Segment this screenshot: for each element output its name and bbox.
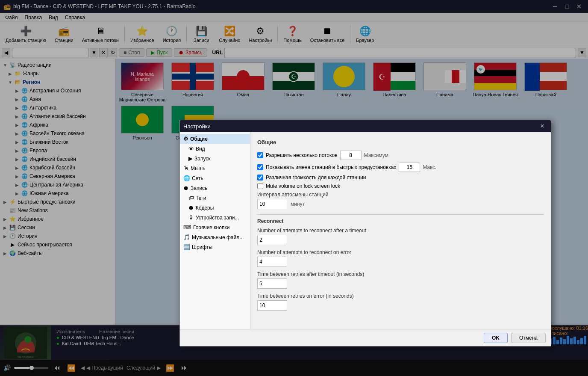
nav-fonts-label: Шрифты <box>192 244 212 250</box>
time-error-label: Time between retries on error (in second… <box>257 293 544 299</box>
time-error-input[interactable] <box>257 300 287 311</box>
dialog-titlebar: Настройки × <box>180 120 551 132</box>
dialog-nav-musicfiles[interactable]: 🎵 Музыкальные файл... <box>180 232 250 242</box>
nav-network-icon: 🌐 <box>183 175 190 181</box>
show-station-names-row: Показывать имена станций в быстрых преду… <box>257 163 544 172</box>
nav-record-icon: ⏺ <box>183 185 189 191</box>
auto-switch-label: Интервал автосмены станций <box>257 192 544 198</box>
nav-view-label: Вид <box>196 146 205 152</box>
reconnect-timeout-input[interactable] <box>257 235 287 245</box>
time-timeout-group: Time between retries after timeout (in s… <box>257 271 544 289</box>
dialog-nav-general[interactable]: ⚙ Общие <box>180 134 250 144</box>
show-station-names-label: Показывать имена станций в быстрых преду… <box>266 164 396 170</box>
allow-multiple-streams-checkbox[interactable] <box>257 152 263 158</box>
dialog-nav-codecs[interactable]: ⏺ Кодеры <box>180 203 250 213</box>
dialog-overlay: Настройки × ⚙ Общие 👁 Вид ▶ Запуск � <box>0 0 588 376</box>
dialog-nav-network[interactable]: 🌐 Сеть <box>180 173 250 183</box>
dialog-nav-tags[interactable]: 🏷 Теги <box>180 193 250 203</box>
content-section-title: Общие <box>257 139 544 145</box>
nav-record-label: Запись <box>191 185 207 191</box>
nav-general-icon: ⚙ <box>183 136 188 142</box>
nav-startup-icon: ▶ <box>188 155 193 162</box>
auto-switch-group: Интервал автосмены станций минут <box>257 192 544 209</box>
diff-volume-checkbox[interactable] <box>257 175 263 181</box>
reconnect-timeout-group: Number of attempts to reconnect after a … <box>257 228 544 245</box>
reconnect-error-input[interactable] <box>257 257 287 267</box>
max-streams-sublabel: Максимум <box>364 152 388 158</box>
dialog-title: Настройки <box>183 123 211 130</box>
nav-mouse-label: Мышь <box>191 166 206 172</box>
mute-lock-label: Mute volume on lock screen lock <box>266 183 340 189</box>
diff-volume-label: Различная громкость для каждой станции <box>266 175 366 181</box>
dialog-nav: ⚙ Общие 👁 Вид ▶ Запуск 🖱 Мышь 🌐 Сет <box>180 132 250 329</box>
nav-hotkeys-icon: ⌨ <box>183 224 191 231</box>
dialog-nav-startup[interactable]: ▶ Запуск <box>180 154 250 163</box>
settings-dialog: Настройки × ⚙ Общие 👁 Вид ▶ Запуск � <box>179 120 551 346</box>
auto-switch-input[interactable] <box>257 199 287 209</box>
time-timeout-input[interactable] <box>257 278 287 289</box>
max-stations-input[interactable] <box>399 163 420 172</box>
dialog-nav-hotkeys[interactable]: ⌨ Горячие кнопки <box>180 222 250 232</box>
auto-switch-unit: минут <box>291 201 305 207</box>
mute-lock-row: Mute volume on lock screen lock <box>257 183 544 189</box>
dialog-content-area: Общие Разрешить несколько потоков Максим… <box>250 132 551 329</box>
nav-startup-label: Запуск <box>194 156 211 162</box>
nav-tags-label: Теги <box>196 195 206 201</box>
mute-lock-checkbox[interactable] <box>257 183 263 189</box>
nav-mouse-icon: 🖱 <box>183 165 189 172</box>
nav-codecs-icon: ⏺ <box>188 204 194 211</box>
dialog-footer: OK Отмена <box>180 329 551 346</box>
time-timeout-label: Time between retries after timeout (in s… <box>257 271 544 277</box>
nav-hotkeys-label: Горячие кнопки <box>193 225 229 231</box>
show-station-names-checkbox[interactable] <box>257 164 263 170</box>
reconnect-timeout-label: Number of attempts to reconnect after a … <box>257 228 544 234</box>
allow-multiple-streams-label: Разрешить несколько потоков <box>266 152 338 158</box>
nav-fonts-icon: 🔤 <box>183 244 190 250</box>
dialog-nav-devices[interactable]: 🎙 Устройства запи... <box>180 213 250 222</box>
auto-switch-row: минут <box>257 199 544 209</box>
nav-tags-icon: 🏷 <box>188 195 194 201</box>
dialog-close-button[interactable]: × <box>537 121 547 131</box>
nav-devices-label: Устройства запи... <box>196 215 239 221</box>
time-error-group: Time between retries on error (in second… <box>257 293 544 311</box>
dialog-nav-fonts[interactable]: 🔤 Шрифты <box>180 242 250 252</box>
nav-codecs-label: Кодеры <box>196 205 214 211</box>
dialog-body: ⚙ Общие 👁 Вид ▶ Запуск 🖱 Мышь 🌐 Сет <box>180 132 551 329</box>
dialog-nav-record[interactable]: ⏺ Запись <box>180 183 250 193</box>
nav-network-label: Сеть <box>192 175 203 181</box>
max-streams-input[interactable] <box>340 151 362 160</box>
allow-multiple-streams-row: Разрешить несколько потоков Максимум <box>257 151 544 160</box>
nav-devices-icon: 🎙 <box>188 214 194 221</box>
max-stations-sublabel: Макс. <box>423 164 436 170</box>
nav-view-icon: 👁 <box>188 145 194 152</box>
nav-general-label: Общие <box>190 136 208 142</box>
dialog-nav-view[interactable]: 👁 Вид <box>180 144 250 154</box>
dialog-nav-mouse[interactable]: 🖱 Мышь <box>180 163 250 173</box>
nav-musicfiles-icon: 🎵 <box>183 234 190 240</box>
reconnect-error-group: Number of attempts to reconnect on error <box>257 249 544 267</box>
cancel-button[interactable]: Отмена <box>511 333 546 343</box>
nav-musicfiles-label: Музыкальные файл... <box>192 234 244 240</box>
reconnect-error-label: Number of attempts to reconnect on error <box>257 249 544 255</box>
reconnect-divider: Reconnect <box>257 214 544 224</box>
ok-button[interactable]: OK <box>484 333 508 343</box>
diff-volume-row: Различная громкость для каждой станции <box>257 175 544 181</box>
